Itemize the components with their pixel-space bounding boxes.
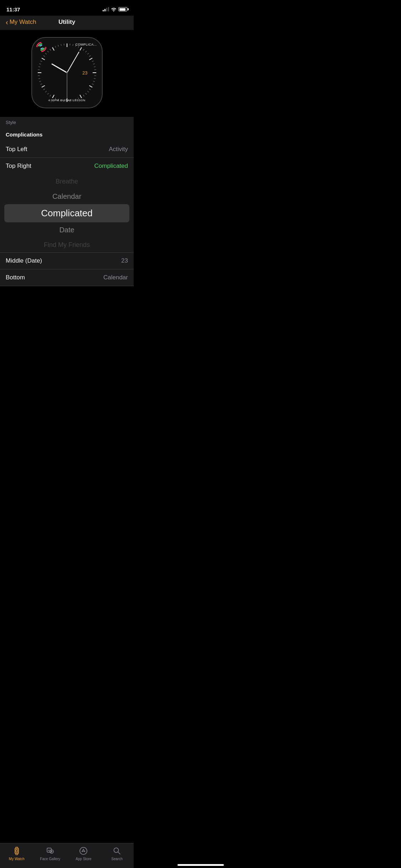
bottom-row[interactable]: Bottom Calendar [0, 269, 134, 286]
svg-line-20 [92, 61, 94, 62]
svg-line-53 [45, 53, 47, 54]
page-title: Utility [58, 19, 75, 26]
picker-item-findmyfriends[interactable]: Find My Friends [0, 238, 134, 252]
svg-line-43 [43, 89, 45, 90]
svg-line-31 [83, 95, 84, 96]
battery-icon [118, 7, 127, 11]
top-left-label: Top Left [6, 146, 27, 153]
svg-line-27 [92, 84, 94, 84]
svg-line-22 [94, 67, 96, 67]
chevron-left-icon: ‹ [6, 19, 8, 26]
picker-item-calendar[interactable]: Calendar [0, 189, 134, 204]
svg-line-57 [58, 45, 58, 47]
svg-line-58 [61, 44, 61, 46]
complication-top-right: COMPLICA... [75, 43, 97, 46]
svg-line-54 [47, 51, 48, 52]
svg-line-23 [94, 69, 96, 70]
back-button[interactable]: ‹ My Watch [6, 19, 36, 26]
picker-item-complicated[interactable]: Complicated [4, 204, 129, 222]
svg-line-18 [87, 53, 89, 54]
clock-center [66, 72, 68, 73]
svg-line-40 [50, 95, 51, 96]
svg-line-56 [55, 46, 56, 48]
picker-container[interactable]: Breathe Calendar Complicated Date Find M… [0, 174, 134, 252]
middle-date-value: 23 [121, 257, 128, 264]
svg-line-16 [83, 49, 84, 51]
svg-line-55 [50, 49, 51, 51]
middle-date-row[interactable]: Middle (Date) 23 [0, 253, 134, 269]
svg-line-25 [94, 78, 96, 79]
svg-line-12 [70, 43, 70, 45]
svg-line-49 [38, 67, 40, 67]
svg-line-48 [38, 69, 40, 70]
svg-line-42 [45, 91, 47, 92]
svg-line-26 [93, 81, 95, 82]
complications-section-header: Complications [0, 127, 134, 141]
top-left-row[interactable]: Top Left Activity [0, 141, 134, 158]
svg-line-45 [39, 81, 41, 82]
back-label: My Watch [10, 19, 36, 26]
svg-line-19 [89, 56, 91, 57]
watch-event: 4:30PM GUITAR LESSON [48, 99, 85, 102]
bottom-value: Calendar [103, 274, 128, 281]
svg-line-24 [94, 76, 96, 76]
watch-face[interactable]: COMPLICA... 23 4:30PM GUITAR LESSON [31, 37, 103, 108]
svg-line-1 [80, 47, 82, 51]
svg-line-17 [85, 51, 86, 52]
svg-line-10 [41, 58, 45, 60]
svg-line-41 [47, 93, 48, 94]
picker-item-date[interactable]: Date [0, 222, 134, 238]
picker-item-breathe[interactable]: Breathe [0, 174, 134, 189]
svg-line-46 [38, 78, 40, 79]
top-right-value: Complicated [94, 162, 128, 170]
status-bar: 11:37 [0, 0, 134, 16]
svg-line-29 [87, 91, 89, 92]
bottom-label: Bottom [6, 274, 25, 281]
top-right-label: Top Right [6, 162, 31, 170]
svg-line-8 [41, 86, 45, 87]
wifi-icon [111, 7, 117, 11]
picker-items: Breathe Calendar Complicated Date Find M… [0, 174, 134, 252]
middle-date-label: Middle (Date) [6, 257, 42, 264]
style-section-header: Style [0, 117, 134, 127]
signal-icon [103, 7, 109, 11]
status-icons [103, 7, 127, 11]
svg-line-13 [73, 44, 73, 46]
svg-line-52 [43, 56, 45, 57]
svg-line-21 [93, 64, 95, 64]
top-right-row[interactable]: Top Right Complicated [0, 158, 134, 174]
svg-line-28 [89, 89, 91, 90]
top-left-value: Activity [109, 146, 128, 153]
svg-line-50 [39, 64, 41, 64]
svg-line-51 [40, 61, 42, 62]
svg-line-4 [89, 86, 92, 87]
second-hand [67, 73, 67, 98]
svg-line-59 [64, 43, 64, 45]
svg-line-2 [89, 58, 92, 60]
svg-line-7 [52, 95, 54, 98]
svg-line-11 [52, 47, 54, 51]
activity-rings [36, 42, 46, 52]
watch-preview-container: COMPLICA... 23 4:30PM GUITAR LESSON [0, 30, 134, 117]
complications-label: Complications [6, 131, 42, 138]
svg-line-47 [38, 76, 40, 76]
content-scroll: COMPLICA... 23 4:30PM GUITAR LESSON Styl… [0, 30, 134, 325]
svg-line-5 [80, 95, 82, 98]
status-time: 11:37 [6, 6, 20, 12]
style-label: Style [6, 120, 16, 125]
watch-date: 23 [82, 70, 87, 76]
bottom-spacer [0, 286, 134, 293]
svg-line-30 [85, 93, 86, 94]
svg-line-44 [40, 84, 42, 84]
nav-bar: ‹ My Watch Utility [0, 16, 134, 30]
